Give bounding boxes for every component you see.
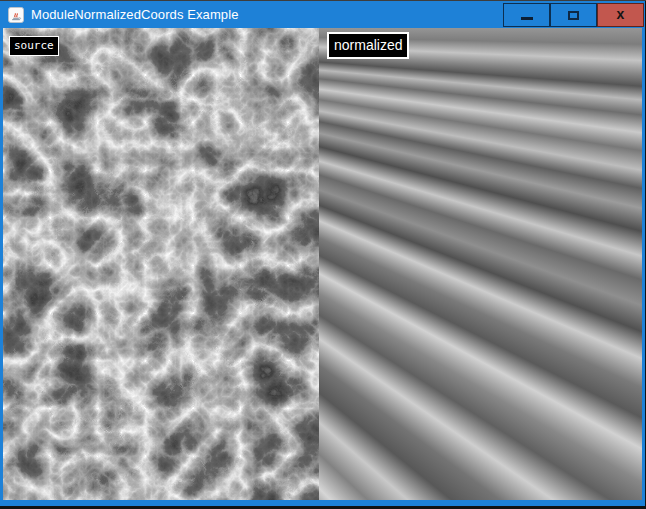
source-image-panel: source	[3, 28, 319, 500]
close-icon: x	[617, 7, 625, 21]
title-bar[interactable]: ModuleNormalizedCoords Example x	[0, 1, 645, 28]
minimize-button[interactable]	[503, 3, 550, 27]
source-label: source	[9, 36, 59, 56]
window-controls: x	[503, 3, 644, 27]
app-window: ModuleNormalizedCoords Example x	[0, 1, 645, 506]
maximize-button[interactable]	[550, 3, 597, 27]
source-noise-texture	[3, 28, 319, 500]
java-coffee-cup-icon[interactable]	[8, 7, 24, 23]
maximize-icon	[568, 11, 579, 20]
normalized-image-panel: normalized	[319, 28, 642, 500]
normalized-label: normalized	[327, 32, 409, 59]
screenshot-frame: ModuleNormalizedCoords Example x	[0, 0, 646, 509]
window-title: ModuleNormalizedCoords Example	[31, 7, 503, 22]
close-button[interactable]: x	[597, 3, 644, 27]
content-area: source normalized	[3, 28, 642, 500]
minimize-icon	[521, 17, 533, 20]
